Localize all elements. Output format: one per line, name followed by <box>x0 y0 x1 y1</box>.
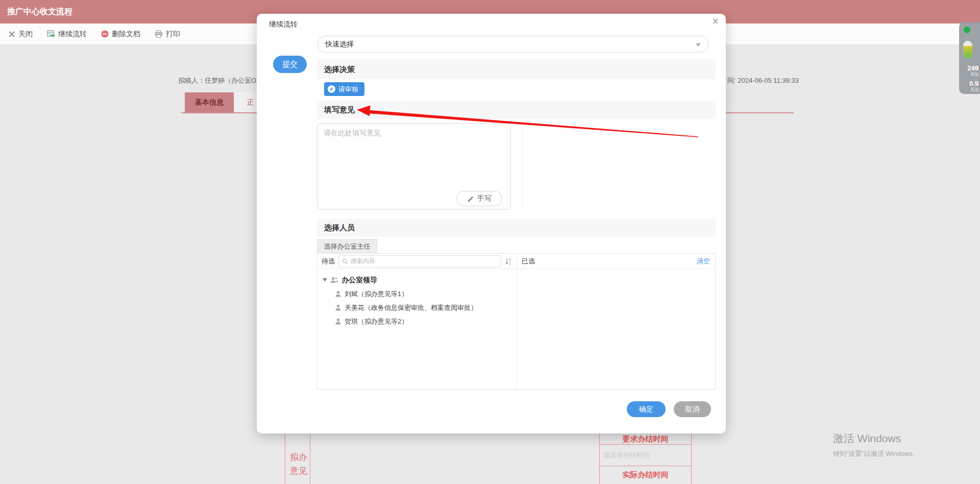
selected-header: 已选 清空 <box>517 254 715 269</box>
svg-text:A: A <box>509 258 511 261</box>
person-tab-office-director[interactable]: 选择办公室主任 <box>317 239 377 253</box>
delete-doc-button[interactable]: 删除文档 <box>101 30 140 39</box>
tree-member-row[interactable]: 关美花（政务信息保密审批、档案查阅审批） <box>317 301 517 314</box>
tree-member-label: 关美花（政务信息保密审批、档案查阅审批） <box>345 303 477 312</box>
draft-opinion-cell-label: 拟办 意见 <box>287 450 310 478</box>
pending-header: 待选 搜索内容 AZ <box>317 254 517 269</box>
tree-member-row[interactable]: 刘斌（拟办意见等1） <box>317 287 517 301</box>
chevron-down-icon <box>696 43 701 46</box>
table-border-line <box>285 433 285 484</box>
handwrite-label: 手写 <box>477 194 492 203</box>
windows-activation-watermark: 激活 Windows 转到“设置”以激活 Windows。 <box>833 431 919 458</box>
up-arrow-icon: ↑ <box>967 71 970 77</box>
required-finish-time-header: 要求办结时间 <box>599 433 692 445</box>
confirm-button[interactable]: 确定 <box>627 401 666 417</box>
toolbar-item-label: 删除文档 <box>112 30 140 39</box>
opinion-textarea[interactable]: 请在此处填写意见 手写 <box>317 123 511 210</box>
toolbar-item-label: 关闭 <box>18 30 33 39</box>
decision-chip-review[interactable]: ✔ 请审核 <box>324 82 364 96</box>
tab-label: 正 <box>247 98 254 107</box>
search-icon <box>342 258 348 264</box>
decision-chip-label: 请审核 <box>338 85 358 94</box>
print-icon <box>155 30 163 38</box>
opinion-section-header: 填写意见 <box>317 101 716 119</box>
upload-speed-unit: ↑ K/s <box>959 71 978 77</box>
delete-doc-icon <box>101 30 109 38</box>
person-icon <box>335 304 341 311</box>
download-speed-unit: ↓ K/s <box>959 87 978 92</box>
section-label: 选择决策 <box>317 65 355 74</box>
down-arrow-icon: ↓ <box>967 87 970 92</box>
watermark-line: 转到“设置”以激活 Windows。 <box>833 449 919 458</box>
person-tree: 办公室领导 刘斌（拟办意见等1） 关美花（政务信息保密审批、档案查阅审批） 贺琪… <box>317 269 517 328</box>
handwrite-button[interactable]: 手写 <box>456 191 502 206</box>
continue-flow-button[interactable]: 继续流转 <box>47 30 87 39</box>
section-label: 填写意见 <box>317 105 355 114</box>
page-title: 推广中心收文流程 <box>7 0 72 23</box>
person-section-header: 选择人员 <box>317 219 716 237</box>
draft-opinion-line: 拟办 <box>287 450 310 464</box>
submit-step-button[interactable]: 提交 <box>273 56 307 73</box>
toolbar-item-label: 打印 <box>166 30 180 39</box>
person-icon <box>335 318 341 325</box>
search-placeholder: 搜索内容 <box>351 257 375 265</box>
dialog-title: 继续流转 <box>269 20 298 29</box>
finish-time-input[interactable]: 请选择办结时间 <box>599 445 692 466</box>
pencil-icon <box>468 196 474 202</box>
upload-speed-value: 249 <box>959 64 978 72</box>
tree-group-office-leaders[interactable]: 办公室领导 <box>317 273 517 287</box>
tree-member-label: 刘斌（拟办意见等1） <box>345 289 408 299</box>
caret-down-icon <box>323 278 327 282</box>
tree-member-row[interactable]: 贺琪（拟办意见等2） <box>317 314 517 328</box>
panel-column-divider <box>517 254 517 389</box>
tree-group-label: 办公室领导 <box>341 276 377 285</box>
watermark-line: 激活 Windows <box>833 431 919 446</box>
print-button[interactable]: 打印 <box>155 30 180 39</box>
check-circle-icon: ✔ <box>328 85 335 93</box>
deadline-table: 要求办结时间 请选择办结时间 实际办结时间 <box>599 433 692 484</box>
time-info: 间: 2024-06-05 11:39:33 <box>727 76 799 85</box>
dialog-close-icon[interactable]: × <box>712 16 719 27</box>
gauge-capsule-icon <box>963 41 972 58</box>
net-speed-widget[interactable]: 249 ↑ K/s 0.9 ↓ K/s <box>959 22 980 94</box>
opinion-divider <box>522 123 522 210</box>
close-button[interactable]: 关闭 <box>8 30 33 39</box>
tree-member-label: 贺琪（拟办意见等2） <box>345 317 408 326</box>
person-icon <box>335 291 341 297</box>
continue-flow-dialog: 继续流转 × 快速选择 提交 选择决策 ✔ 请审核 填写意见 请在此处填写意见 … <box>257 14 726 433</box>
group-icon <box>330 277 338 283</box>
opinion-placeholder: 请在此处填写意见 <box>324 129 381 138</box>
toolbar-item-label: 继续流转 <box>58 30 87 39</box>
close-icon <box>8 31 15 38</box>
tab-basic-info[interactable]: 基本信息 <box>185 92 234 112</box>
actual-finish-time-header: 实际办结时间 <box>599 466 692 484</box>
pending-label: 待选 <box>322 257 335 266</box>
download-speed-value: 0.9 <box>959 80 978 87</box>
draft-opinion-line: 意见 <box>287 464 310 478</box>
clear-selected-link[interactable]: 清空 <box>697 257 710 266</box>
unit-label: K/s <box>971 71 978 77</box>
quick-select-value: 快速选择 <box>325 40 354 48</box>
selected-label: 已选 <box>522 257 535 266</box>
tab-label: 基本信息 <box>195 98 224 107</box>
svg-text:Z: Z <box>509 262 511 265</box>
person-picker-panel: 待选 搜索内容 AZ 已选 清空 办公室领导 刘斌（拟办意见等1） <box>317 253 716 390</box>
unit-label: K/s <box>971 87 978 92</box>
status-dot-icon <box>964 27 970 33</box>
continue-flow-icon <box>47 30 55 38</box>
search-input[interactable]: 搜索内容 <box>338 255 501 268</box>
quick-select-dropdown[interactable]: 快速选择 <box>317 36 708 53</box>
sort-az-icon[interactable]: AZ <box>505 257 512 265</box>
drafter-info: 拟稿人：任梦婷（办公室O <box>178 76 256 85</box>
section-label: 选择人员 <box>317 223 355 232</box>
decision-section-header: 选择决策 <box>317 59 716 79</box>
cancel-button[interactable]: 取消 <box>674 401 711 417</box>
